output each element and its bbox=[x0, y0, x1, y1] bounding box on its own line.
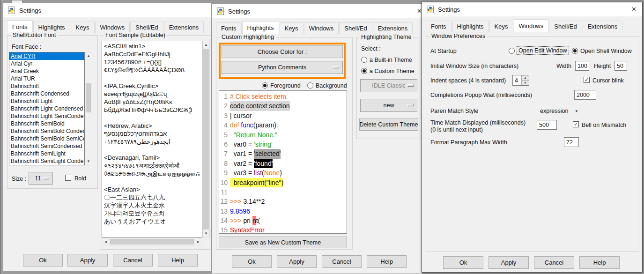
font-list-item[interactable]: Arial Cyr bbox=[9, 60, 84, 67]
ok-button[interactable]: Ok bbox=[232, 255, 272, 268]
code-line[interactable]: 11 bbox=[219, 187, 347, 197]
apply-button[interactable]: Apply bbox=[67, 254, 108, 267]
tab-windows[interactable]: Windows bbox=[514, 19, 549, 32]
code-line[interactable]: 3| cursor bbox=[219, 111, 347, 120]
custom-theme-radio[interactable] bbox=[361, 68, 367, 74]
close-icon[interactable]: ✕ bbox=[417, 7, 421, 15]
code-line[interactable]: 10 breakpoint("line") bbox=[219, 178, 347, 187]
code-line[interactable]: 139.8596 bbox=[219, 207, 347, 216]
builtin-sample[interactable]: list bbox=[254, 168, 262, 178]
save-custom-theme-button[interactable]: Save as New Custom Theme bbox=[219, 237, 347, 248]
title-bar[interactable]: Settings ✕ bbox=[212, 4, 422, 18]
code-line[interactable]: 8 var2 = 'found' bbox=[219, 159, 347, 168]
code-line[interactable]: 15SyntaxError bbox=[219, 225, 347, 234]
foreground-radio[interactable] bbox=[262, 82, 268, 89]
keyword-sample[interactable]: None bbox=[264, 168, 280, 178]
format-paragraph-input[interactable]: 72 bbox=[564, 137, 579, 147]
cancel-button[interactable]: Cancel bbox=[113, 254, 153, 267]
scrollbar-thumb[interactable] bbox=[203, 49, 209, 230]
scroll-left-icon[interactable]: ◄ bbox=[102, 238, 109, 245]
code-line[interactable]: 6 var0 = 'string' bbox=[219, 140, 347, 149]
tab-highlights[interactable]: Highlights bbox=[33, 22, 70, 33]
font-list-item[interactable]: Arial Greek bbox=[9, 67, 84, 75]
tab-fonts[interactable]: Fonts bbox=[426, 21, 452, 32]
font-sample-textarea[interactable]: <ASCII/Latin1> AaBbCcDdEeFfGgHhIiJj 1234… bbox=[102, 41, 202, 237]
tab-extensions[interactable]: Extensions bbox=[583, 21, 623, 32]
tab-fonts[interactable]: Fonts bbox=[216, 22, 242, 34]
cancel-button[interactable]: Cancel bbox=[322, 255, 362, 268]
font-list-item[interactable]: Bahnschrift Light SemiConde bbox=[9, 112, 84, 120]
normal-code[interactable]: (param): bbox=[253, 120, 278, 130]
chevron-down-icon[interactable]: ▼ bbox=[575, 109, 578, 113]
font-list-item[interactable]: Bahnschrift Light Condensed bbox=[9, 105, 84, 112]
scroll-up-icon[interactable]: ▲ bbox=[85, 52, 92, 59]
cursor-blink-checkbox[interactable]: ✓ bbox=[584, 77, 590, 83]
time-match-input[interactable]: 500 bbox=[537, 120, 557, 130]
title-bar[interactable]: Settings bbox=[3, 3, 211, 17]
tab-keys[interactable]: Keys bbox=[489, 21, 513, 32]
spin-down-icon[interactable]: ▼ bbox=[522, 81, 529, 85]
font-list-item[interactable]: Bahnschrift SemiLight bbox=[9, 150, 84, 157]
code-line[interactable]: 9 var3 = list(None) bbox=[219, 168, 347, 178]
cursor-sample[interactable]: | cursor bbox=[230, 111, 252, 120]
tab-extensions[interactable]: Extensions bbox=[164, 22, 204, 33]
keyword-sample[interactable]: def bbox=[230, 120, 241, 130]
tab-fonts[interactable]: Fonts bbox=[7, 20, 33, 33]
code-line[interactable]: 2code context section bbox=[219, 101, 347, 111]
font-size-menu[interactable]: 11 bbox=[29, 172, 53, 185]
open-edit-window-radio[interactable] bbox=[509, 48, 515, 54]
normal-code[interactable]: pri bbox=[243, 216, 252, 225]
scroll-down-icon[interactable]: ▼ bbox=[85, 158, 92, 165]
width-input[interactable]: 100 bbox=[575, 61, 589, 71]
background-radio[interactable] bbox=[307, 82, 313, 89]
font-list-item-selected[interactable]: Arial CYR bbox=[9, 52, 84, 60]
normal-code[interactable]: ) bbox=[280, 168, 282, 178]
code-line[interactable]: 4def func(param): bbox=[219, 120, 347, 130]
error-text-sample[interactable]: n bbox=[252, 216, 256, 225]
tab-keys[interactable]: Keys bbox=[280, 22, 303, 34]
help-button[interactable]: Help bbox=[579, 256, 620, 269]
font-list-item[interactable]: Bahnschrift bbox=[9, 82, 84, 90]
tab-extensions[interactable]: Extensions bbox=[373, 22, 413, 34]
help-button[interactable]: Help bbox=[158, 254, 198, 267]
custom-theme-menu[interactable]: new bbox=[360, 99, 417, 112]
open-shell-window-radio[interactable] bbox=[572, 48, 578, 54]
normal-code[interactable]: var0 = bbox=[230, 140, 254, 149]
font-list-item[interactable]: Bahnschrift SemiBold Conden bbox=[9, 127, 84, 135]
normal-code[interactable]: var1 = bbox=[230, 149, 254, 158]
comment-sample[interactable]: # Click selects item. bbox=[230, 92, 288, 101]
completions-wait-input[interactable]: 2000 bbox=[574, 90, 596, 100]
font-list-item[interactable]: Bahnschrift SemiLight Conde bbox=[9, 157, 84, 165]
normal-code[interactable]: var3 = bbox=[230, 168, 254, 178]
apply-button[interactable]: Apply bbox=[489, 256, 529, 269]
indent-spinner[interactable]: 4 ▲▼ bbox=[512, 75, 529, 86]
font-list-item[interactable]: Bahnschrift SemiBold SemiCo bbox=[9, 135, 84, 142]
title-bar[interactable]: Settings ✕ bbox=[422, 2, 642, 16]
tab-windows[interactable]: Windows bbox=[95, 22, 130, 33]
apply-button[interactable]: Apply bbox=[277, 255, 317, 268]
builtin-theme-menu[interactable]: IDLE Classic bbox=[360, 79, 417, 92]
normal-code[interactable]: t( bbox=[256, 216, 260, 225]
scroll-right-icon[interactable]: ► bbox=[195, 238, 202, 245]
tab-windows[interactable]: Windows bbox=[304, 22, 339, 34]
font-list-item[interactable]: Bahnschrift SemiCondensed bbox=[9, 142, 84, 150]
code-line[interactable]: 14>>> pri nt( bbox=[219, 216, 347, 225]
builtin-theme-radio[interactable] bbox=[361, 57, 367, 63]
string-sample[interactable]: 'string' bbox=[254, 140, 273, 149]
choose-color-button[interactable]: Choose Color for : bbox=[222, 45, 343, 58]
tab-highlights[interactable]: Highlights bbox=[452, 21, 489, 32]
font-sample-hscrollbar[interactable]: ◄ ► bbox=[102, 238, 202, 245]
breakpoint-sample[interactable]: breakpoint("line") bbox=[230, 178, 283, 187]
cancel-button[interactable]: Cancel bbox=[534, 256, 574, 269]
font-list-item[interactable]: Bahnschrift Light bbox=[9, 97, 84, 105]
tab-shell-ed[interactable]: Shell/Ed bbox=[130, 22, 163, 33]
found-text-sample[interactable]: 'found' bbox=[254, 159, 273, 168]
stderr-sample[interactable]: SyntaxError bbox=[230, 225, 265, 234]
help-button[interactable]: Help bbox=[367, 255, 407, 268]
delete-custom-theme-button[interactable]: Delete Custom Theme bbox=[359, 118, 418, 131]
shell-prompt-sample[interactable]: >>> bbox=[230, 216, 243, 225]
bell-on-mismatch-checkbox[interactable]: ✓ bbox=[573, 121, 579, 127]
close-icon[interactable]: ✕ bbox=[631, 6, 637, 13]
shell-prompt-sample[interactable]: >>> bbox=[230, 197, 243, 206]
bold-checkbox[interactable] bbox=[65, 175, 71, 181]
